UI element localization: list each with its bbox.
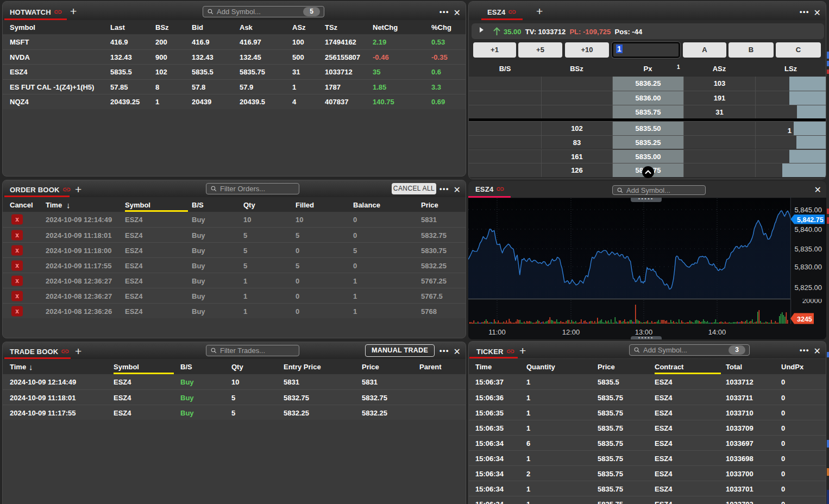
svg-text:14:00: 14:00 <box>708 328 726 336</box>
svg-text:5,825.00: 5,825.00 <box>794 284 822 292</box>
svg-text:3245: 3245 <box>797 316 812 323</box>
svg-text:5,842.75: 5,842.75 <box>797 216 824 224</box>
svg-text:5,845.00: 5,845.00 <box>794 206 822 214</box>
svg-text:12:00: 12:00 <box>562 328 580 336</box>
svg-text:11:00: 11:00 <box>488 328 506 336</box>
svg-text:5,840.00: 5,840.00 <box>794 225 822 234</box>
svg-text:5,835.00: 5,835.00 <box>794 245 822 253</box>
svg-text:5,830.00: 5,830.00 <box>794 263 822 271</box>
